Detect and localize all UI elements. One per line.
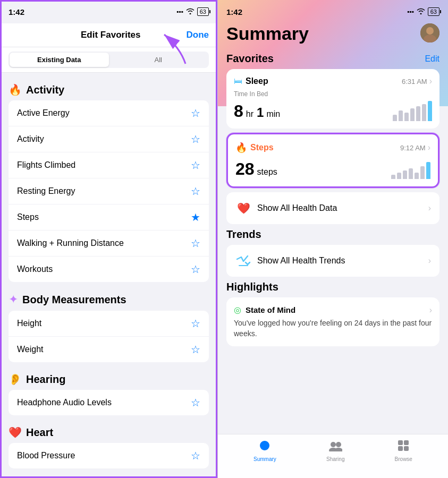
sleep-chevron: › xyxy=(429,76,432,86)
avatar[interactable] xyxy=(420,23,439,42)
star-headphone[interactable]: ☆ xyxy=(191,396,200,409)
star-resting-energy[interactable]: ☆ xyxy=(191,185,200,198)
star-workouts[interactable]: ☆ xyxy=(191,263,200,276)
list-item[interactable]: Flights Climbed ☆ xyxy=(9,152,209,178)
state-of-mind-chevron: › xyxy=(429,305,432,315)
bar xyxy=(416,106,420,121)
heart-icon: ❤️ xyxy=(9,426,22,439)
list-item[interactable]: Headphone Audio Levels ☆ xyxy=(9,390,209,415)
battery-icon-left: 63 xyxy=(197,7,209,16)
steps-flame-icon: 🔥 xyxy=(235,142,247,153)
activity-title: Activity xyxy=(26,84,64,96)
status-bar-left: 1:42 ▪▪▪ 63 xyxy=(0,0,217,23)
list-item[interactable]: Blood Pressure ☆ xyxy=(9,443,209,468)
trends-icon xyxy=(235,252,252,269)
highlights-title: Highlights xyxy=(226,281,278,293)
body-list: Height ☆ Weight ☆ xyxy=(9,311,209,362)
steps-bar-chart xyxy=(391,158,430,179)
star-height[interactable]: ☆ xyxy=(191,317,200,330)
svg-rect-10 xyxy=(404,440,409,445)
segment-all[interactable]: All xyxy=(109,53,208,67)
hearing-category-header: 👂 Hearing xyxy=(0,362,217,390)
star-active-energy[interactable]: ☆ xyxy=(191,107,200,120)
sleep-card-title: Sleep xyxy=(246,76,268,86)
list-item[interactable]: Steps ★ xyxy=(9,204,209,231)
sleep-subtitle: Time In Bed xyxy=(234,90,432,98)
svg-point-6 xyxy=(336,442,341,447)
body-icon: ✦ xyxy=(9,293,18,306)
state-of-mind-card[interactable]: ◎ State of Mind › You've logged how you'… xyxy=(226,297,439,346)
bar xyxy=(420,166,425,179)
browse-tab-icon xyxy=(398,440,409,455)
status-time-right: 1:42 xyxy=(226,7,242,16)
heart-category-header: ❤️ Heart xyxy=(0,415,217,443)
hearing-title: Hearing xyxy=(26,373,65,386)
list-item[interactable]: Height ☆ xyxy=(9,311,209,337)
bar xyxy=(403,170,407,179)
state-of-mind-icon: ◎ xyxy=(234,305,241,315)
show-all-health-trends-label: Show All Health Trends xyxy=(257,256,423,266)
status-icons-right: ▪▪▪ 63 xyxy=(407,7,439,16)
heart-icon: ❤️ xyxy=(235,200,252,217)
list-item[interactable]: Resting Energy ☆ xyxy=(9,178,209,204)
edit-favorites-link[interactable]: Edit xyxy=(425,54,439,64)
browse-tab-label: Browse xyxy=(395,456,412,462)
steps-chevron: › xyxy=(428,143,430,152)
summary-tab-icon xyxy=(258,440,271,455)
bar xyxy=(404,113,409,121)
heart-title: Heart xyxy=(26,426,53,439)
star-steps[interactable]: ★ xyxy=(191,211,200,224)
star-walking[interactable]: ☆ xyxy=(191,237,200,250)
scroll-content: 🔥 Activity Active Energy ☆ Activity ☆ Fl… xyxy=(0,73,217,478)
show-all-health-trends-button[interactable]: Show All Health Trends › xyxy=(226,245,439,277)
svg-rect-12 xyxy=(404,446,409,451)
status-bar-right: 1:42 ▪▪▪ 63 xyxy=(218,0,448,23)
bar-active xyxy=(428,101,432,121)
steps-card[interactable]: 🔥 Steps 9:12 AM › 28 steps xyxy=(226,133,439,188)
list-item[interactable]: Walking + Running Distance ☆ xyxy=(9,231,209,257)
sleep-min-unit: min xyxy=(266,109,280,119)
tab-sharing[interactable]: Sharing xyxy=(326,440,344,462)
steps-value: 28 xyxy=(235,159,255,179)
bar xyxy=(391,175,395,179)
list-item[interactable]: Weight ☆ xyxy=(9,337,209,362)
bar xyxy=(422,104,426,121)
done-button[interactable]: Done xyxy=(187,30,209,40)
activity-category-header: 🔥 Activity xyxy=(0,73,217,100)
star-blood-pressure[interactable]: ☆ xyxy=(191,449,200,462)
body-category-header: ✦ Body Measurements xyxy=(0,282,217,311)
sleep-card[interactable]: 🛏 Sleep 6:31 AM › Time In Bed 8 hr 1 min xyxy=(226,69,439,129)
show-all-health-data-label: Show All Health Data xyxy=(257,203,423,213)
sleep-icon: 🛏 xyxy=(234,76,242,86)
status-icons-left: ▪▪▪ 63 xyxy=(176,7,209,16)
show-all-health-data-button[interactable]: ❤️ Show All Health Data › xyxy=(226,192,439,224)
right-scroll: Summary Favorites Edit 🛏 xyxy=(218,23,448,434)
bar xyxy=(393,115,397,121)
bar-active xyxy=(426,162,430,179)
summary-title: Summary xyxy=(226,23,309,44)
star-weight[interactable]: ☆ xyxy=(191,343,200,356)
tab-summary[interactable]: Summary xyxy=(253,440,276,462)
body-title: Body Measurements xyxy=(22,294,126,306)
svg-rect-9 xyxy=(398,440,403,445)
trends-section: Trends Show All Health Trends › xyxy=(226,228,439,277)
tab-browse[interactable]: Browse xyxy=(395,440,412,462)
hearing-list: Headphone Audio Levels ☆ xyxy=(9,390,209,415)
steps-card-title: Steps xyxy=(250,143,274,152)
star-activity[interactable]: ☆ xyxy=(191,133,200,146)
list-item[interactable]: Workouts ☆ xyxy=(9,257,209,282)
favorites-label: Favorites xyxy=(226,53,274,65)
state-of-mind-title: State of Mind xyxy=(246,305,295,314)
list-item[interactable]: Active Energy ☆ xyxy=(9,100,209,126)
right-content: 1:42 ▪▪▪ 63 Summary xyxy=(218,0,448,478)
show-all-chevron: › xyxy=(428,203,431,213)
list-item[interactable]: Activity ☆ xyxy=(9,126,209,152)
highlights-section: Highlights ◎ State of Mind › You've logg… xyxy=(226,281,439,346)
battery-icon-right: 63 xyxy=(428,7,439,16)
star-flights[interactable]: ☆ xyxy=(191,159,200,172)
svg-rect-11 xyxy=(398,446,403,451)
segment-existing-data[interactable]: Existing Data xyxy=(10,53,109,67)
bar xyxy=(415,173,419,179)
edit-favorites-title: Edit Favorites xyxy=(35,30,187,40)
bar xyxy=(399,110,403,121)
